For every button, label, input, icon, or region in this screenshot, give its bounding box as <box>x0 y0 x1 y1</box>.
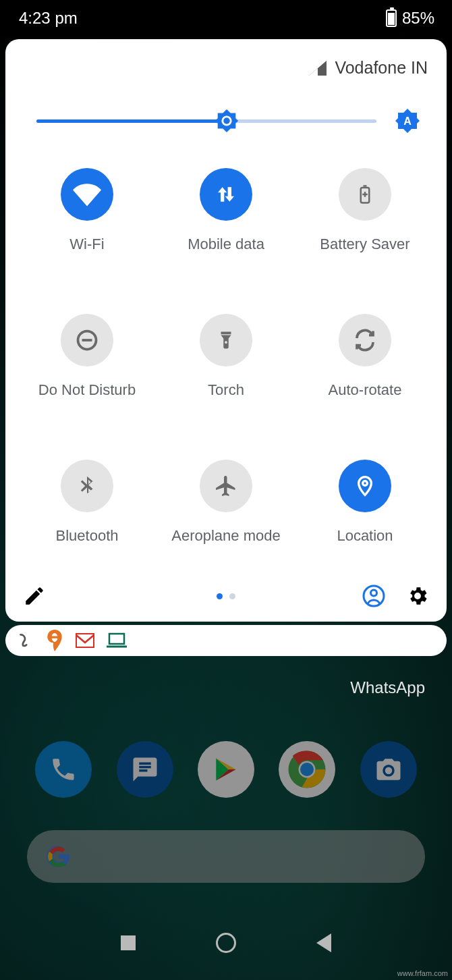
tile-dnd[interactable]: Do Not Disturb <box>18 314 157 399</box>
svg-rect-15 <box>109 634 124 644</box>
brightness-thumb[interactable] <box>214 108 239 134</box>
nav-recent[interactable] <box>121 935 136 950</box>
tile-torch[interactable]: Torch <box>157 314 295 399</box>
battery-icon <box>386 9 397 27</box>
torch-icon <box>200 314 252 366</box>
svg-point-11 <box>363 481 368 486</box>
status-time: 4:23 pm <box>19 9 78 28</box>
battery-percent: 85% <box>402 9 434 28</box>
tile-airplane[interactable]: Aeroplane mode <box>157 460 295 545</box>
tile-location[interactable]: Location <box>295 460 434 545</box>
dnd-icon <box>61 314 113 366</box>
svg-text:A: A <box>403 115 412 127</box>
tile-label: Aeroplane mode <box>171 527 280 545</box>
gmail-icon <box>76 633 94 648</box>
tile-mobile-data[interactable]: Mobile data <box>157 168 295 253</box>
tile-battery-saver[interactable]: Battery Saver <box>295 168 434 253</box>
notification-icon-row[interactable] <box>5 625 447 656</box>
tile-label: Do Not Disturb <box>38 381 136 399</box>
whatsapp-label: WhatsApp <box>350 678 425 697</box>
tile-label: Mobile data <box>188 236 264 253</box>
user-switcher-button[interactable] <box>362 584 386 608</box>
swiggy-icon <box>46 630 63 651</box>
airplane-icon <box>200 460 252 512</box>
nav-home[interactable] <box>216 933 236 953</box>
tile-label: Location <box>337 527 393 545</box>
carrier-label: Vodafone IN <box>335 58 428 78</box>
svg-rect-14 <box>76 634 94 647</box>
wifi-icon <box>61 168 113 221</box>
tile-bluetooth[interactable]: Bluetooth <box>18 460 157 545</box>
watermark: www.frfam.com <box>397 969 448 977</box>
auto-brightness-toggle[interactable]: A <box>394 107 421 134</box>
tile-label: Torch <box>208 381 244 399</box>
tile-wifi[interactable]: Wi-Fi <box>18 168 157 253</box>
mobile-data-icon <box>200 168 252 221</box>
swirl-icon <box>16 632 34 649</box>
quick-settings-panel: Vodafone IN A Wi-Fi Mobile data <box>5 39 447 622</box>
battery-saver-icon <box>339 168 391 221</box>
tile-auto-rotate[interactable]: Auto-rotate <box>295 314 434 399</box>
tile-label: Battery Saver <box>320 236 409 253</box>
tile-label: Auto-rotate <box>329 381 402 399</box>
page-indicator <box>217 593 235 599</box>
tile-label: Wi-Fi <box>69 236 104 253</box>
location-icon <box>339 460 391 512</box>
svg-point-13 <box>371 590 377 596</box>
settings-button[interactable] <box>406 584 429 607</box>
status-bar: 4:23 pm 85% <box>0 0 452 36</box>
nav-back[interactable] <box>316 933 331 952</box>
tile-label: Bluetooth <box>56 527 119 545</box>
laptop-icon <box>107 632 127 649</box>
nav-bar <box>0 933 452 953</box>
bluetooth-icon <box>61 460 113 512</box>
brightness-slider[interactable] <box>36 119 376 123</box>
edit-tiles-button[interactable] <box>23 584 46 607</box>
auto-rotate-icon <box>339 314 391 366</box>
svg-point-2 <box>223 117 230 124</box>
signal-icon <box>309 61 327 76</box>
